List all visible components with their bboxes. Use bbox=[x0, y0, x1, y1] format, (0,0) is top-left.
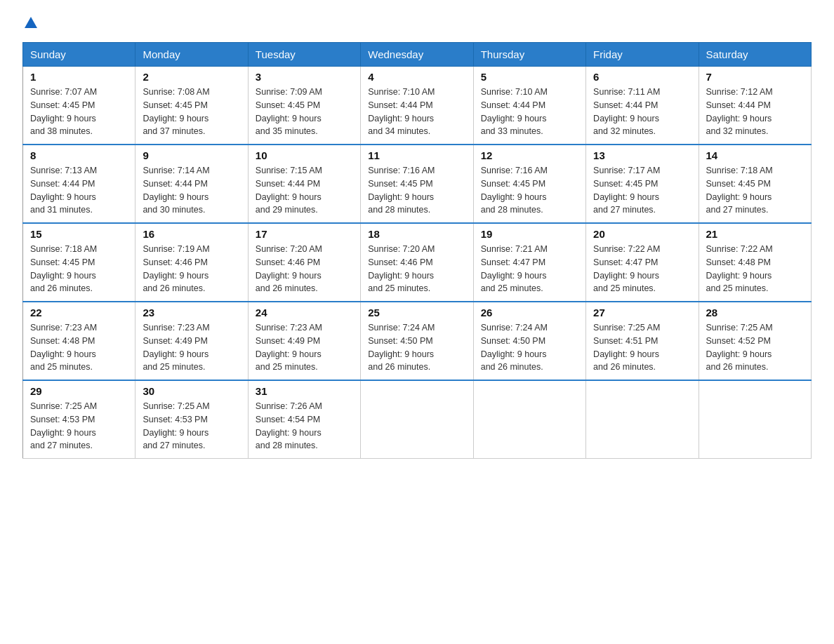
calendar-cell: 16 Sunrise: 7:19 AMSunset: 4:46 PMDaylig… bbox=[135, 223, 248, 302]
calendar-cell: 10 Sunrise: 7:15 AMSunset: 4:44 PMDaylig… bbox=[248, 145, 360, 223]
calendar-cell: 13 Sunrise: 7:17 AMSunset: 4:45 PMDaylig… bbox=[586, 145, 699, 223]
day-info: Sunrise: 7:23 AMSunset: 4:49 PMDaylight:… bbox=[143, 321, 240, 374]
day-number: 3 bbox=[256, 71, 353, 83]
weekday-header-sunday: Sunday bbox=[23, 43, 135, 67]
calendar-week-row-3: 15 Sunrise: 7:18 AMSunset: 4:45 PMDaylig… bbox=[23, 223, 812, 302]
weekday-header-wednesday: Wednesday bbox=[361, 43, 473, 67]
day-info: Sunrise: 7:11 AMSunset: 4:44 PMDaylight:… bbox=[593, 86, 691, 138]
day-info: Sunrise: 7:26 AMSunset: 4:54 PMDaylight:… bbox=[256, 400, 353, 452]
calendar-cell: 7 Sunrise: 7:12 AMSunset: 4:44 PMDayligh… bbox=[699, 67, 811, 145]
day-info: Sunrise: 7:25 AMSunset: 4:53 PMDaylight:… bbox=[143, 400, 240, 452]
day-info: Sunrise: 7:16 AMSunset: 4:45 PMDaylight:… bbox=[368, 164, 465, 217]
calendar-cell: 27 Sunrise: 7:25 AMSunset: 4:51 PMDaylig… bbox=[586, 302, 699, 380]
day-number: 1 bbox=[30, 71, 128, 83]
calendar-cell: 21 Sunrise: 7:22 AMSunset: 4:48 PMDaylig… bbox=[699, 223, 811, 302]
weekday-header-tuesday: Tuesday bbox=[248, 43, 360, 67]
calendar-cell: 8 Sunrise: 7:13 AMSunset: 4:44 PMDayligh… bbox=[23, 145, 135, 223]
day-number: 14 bbox=[706, 149, 804, 161]
calendar-cell: 25 Sunrise: 7:24 AMSunset: 4:50 PMDaylig… bbox=[361, 302, 473, 380]
day-info: Sunrise: 7:25 AMSunset: 4:53 PMDaylight:… bbox=[30, 400, 128, 452]
day-number: 5 bbox=[481, 71, 578, 83]
calendar-cell: 12 Sunrise: 7:16 AMSunset: 4:45 PMDaylig… bbox=[473, 145, 585, 223]
calendar-cell: 19 Sunrise: 7:21 AMSunset: 4:47 PMDaylig… bbox=[473, 223, 585, 302]
calendar-cell: 1 Sunrise: 7:07 AMSunset: 4:45 PMDayligh… bbox=[23, 67, 135, 145]
day-number: 26 bbox=[481, 307, 578, 318]
day-number: 21 bbox=[706, 228, 804, 240]
day-info: Sunrise: 7:22 AMSunset: 4:47 PMDaylight:… bbox=[593, 243, 691, 295]
day-number: 19 bbox=[481, 228, 578, 240]
day-info: Sunrise: 7:14 AMSunset: 4:44 PMDaylight:… bbox=[143, 164, 240, 217]
calendar-cell: 18 Sunrise: 7:20 AMSunset: 4:46 PMDaylig… bbox=[361, 223, 473, 302]
day-number: 9 bbox=[143, 149, 240, 161]
day-number: 7 bbox=[706, 71, 804, 83]
day-number: 16 bbox=[143, 228, 240, 240]
day-number: 10 bbox=[256, 149, 353, 161]
calendar-cell: 14 Sunrise: 7:18 AMSunset: 4:45 PMDaylig… bbox=[699, 145, 811, 223]
calendar-cell bbox=[473, 380, 585, 459]
calendar-cell: 30 Sunrise: 7:25 AMSunset: 4:53 PMDaylig… bbox=[135, 380, 248, 459]
calendar-cell: 22 Sunrise: 7:23 AMSunset: 4:48 PMDaylig… bbox=[23, 302, 135, 380]
day-info: Sunrise: 7:19 AMSunset: 4:46 PMDaylight:… bbox=[143, 243, 240, 295]
calendar-cell bbox=[586, 380, 699, 459]
calendar-cell: 29 Sunrise: 7:25 AMSunset: 4:53 PMDaylig… bbox=[23, 380, 135, 459]
calendar-cell: 28 Sunrise: 7:25 AMSunset: 4:52 PMDaylig… bbox=[699, 302, 811, 380]
day-number: 6 bbox=[593, 71, 691, 83]
day-info: Sunrise: 7:21 AMSunset: 4:47 PMDaylight:… bbox=[481, 243, 578, 295]
calendar-cell bbox=[699, 380, 811, 459]
day-info: Sunrise: 7:22 AMSunset: 4:48 PMDaylight:… bbox=[706, 243, 804, 295]
day-info: Sunrise: 7:10 AMSunset: 4:44 PMDaylight:… bbox=[481, 86, 578, 138]
day-info: Sunrise: 7:15 AMSunset: 4:44 PMDaylight:… bbox=[256, 164, 353, 217]
calendar-cell: 23 Sunrise: 7:23 AMSunset: 4:49 PMDaylig… bbox=[135, 302, 248, 380]
weekday-header-friday: Friday bbox=[586, 43, 699, 67]
calendar-cell: 9 Sunrise: 7:14 AMSunset: 4:44 PMDayligh… bbox=[135, 145, 248, 223]
logo bbox=[22, 17, 37, 28]
day-number: 18 bbox=[368, 228, 465, 240]
calendar-cell: 2 Sunrise: 7:08 AMSunset: 4:45 PMDayligh… bbox=[135, 67, 248, 145]
calendar-week-row-1: 1 Sunrise: 7:07 AMSunset: 4:45 PMDayligh… bbox=[23, 67, 812, 145]
day-number: 22 bbox=[30, 307, 128, 318]
day-number: 25 bbox=[368, 307, 465, 318]
calendar-table: SundayMondayTuesdayWednesdayThursdayFrid… bbox=[22, 42, 812, 459]
day-number: 8 bbox=[30, 149, 128, 161]
day-info: Sunrise: 7:07 AMSunset: 4:45 PMDaylight:… bbox=[30, 86, 128, 138]
weekday-header-thursday: Thursday bbox=[473, 43, 585, 67]
day-info: Sunrise: 7:12 AMSunset: 4:44 PMDaylight:… bbox=[706, 86, 804, 138]
day-number: 13 bbox=[593, 149, 691, 161]
day-info: Sunrise: 7:24 AMSunset: 4:50 PMDaylight:… bbox=[368, 321, 465, 374]
calendar-cell: 11 Sunrise: 7:16 AMSunset: 4:45 PMDaylig… bbox=[361, 145, 473, 223]
day-info: Sunrise: 7:08 AMSunset: 4:45 PMDaylight:… bbox=[143, 86, 240, 138]
calendar-week-row-5: 29 Sunrise: 7:25 AMSunset: 4:53 PMDaylig… bbox=[23, 380, 812, 459]
day-info: Sunrise: 7:23 AMSunset: 4:48 PMDaylight:… bbox=[30, 321, 128, 374]
day-number: 30 bbox=[143, 385, 240, 397]
day-info: Sunrise: 7:18 AMSunset: 4:45 PMDaylight:… bbox=[30, 243, 128, 295]
day-info: Sunrise: 7:20 AMSunset: 4:46 PMDaylight:… bbox=[368, 243, 465, 295]
day-number: 28 bbox=[706, 307, 804, 318]
calendar-cell: 26 Sunrise: 7:24 AMSunset: 4:50 PMDaylig… bbox=[473, 302, 585, 380]
calendar-cell: 20 Sunrise: 7:22 AMSunset: 4:47 PMDaylig… bbox=[586, 223, 699, 302]
page-header bbox=[22, 17, 812, 28]
calendar-cell: 31 Sunrise: 7:26 AMSunset: 4:54 PMDaylig… bbox=[248, 380, 360, 459]
day-number: 27 bbox=[593, 307, 691, 318]
day-info: Sunrise: 7:23 AMSunset: 4:49 PMDaylight:… bbox=[256, 321, 353, 374]
day-number: 24 bbox=[256, 307, 353, 318]
day-number: 4 bbox=[368, 71, 465, 83]
day-info: Sunrise: 7:16 AMSunset: 4:45 PMDaylight:… bbox=[481, 164, 578, 217]
calendar-cell: 15 Sunrise: 7:18 AMSunset: 4:45 PMDaylig… bbox=[23, 223, 135, 302]
calendar-cell: 5 Sunrise: 7:10 AMSunset: 4:44 PMDayligh… bbox=[473, 67, 585, 145]
day-info: Sunrise: 7:24 AMSunset: 4:50 PMDaylight:… bbox=[481, 321, 578, 374]
day-info: Sunrise: 7:10 AMSunset: 4:44 PMDaylight:… bbox=[368, 86, 465, 138]
day-number: 12 bbox=[481, 149, 578, 161]
day-info: Sunrise: 7:25 AMSunset: 4:52 PMDaylight:… bbox=[706, 321, 804, 374]
day-info: Sunrise: 7:09 AMSunset: 4:45 PMDaylight:… bbox=[256, 86, 353, 138]
day-info: Sunrise: 7:17 AMSunset: 4:45 PMDaylight:… bbox=[593, 164, 691, 217]
weekday-header-saturday: Saturday bbox=[699, 43, 811, 67]
calendar-cell: 4 Sunrise: 7:10 AMSunset: 4:44 PMDayligh… bbox=[361, 67, 473, 145]
day-info: Sunrise: 7:20 AMSunset: 4:46 PMDaylight:… bbox=[256, 243, 353, 295]
calendar-cell: 6 Sunrise: 7:11 AMSunset: 4:44 PMDayligh… bbox=[586, 67, 699, 145]
day-number: 2 bbox=[143, 71, 240, 83]
day-number: 20 bbox=[593, 228, 691, 240]
day-info: Sunrise: 7:13 AMSunset: 4:44 PMDaylight:… bbox=[30, 164, 128, 217]
day-info: Sunrise: 7:18 AMSunset: 4:45 PMDaylight:… bbox=[706, 164, 804, 217]
weekday-header-row: SundayMondayTuesdayWednesdayThursdayFrid… bbox=[23, 43, 812, 67]
calendar-cell: 24 Sunrise: 7:23 AMSunset: 4:49 PMDaylig… bbox=[248, 302, 360, 380]
